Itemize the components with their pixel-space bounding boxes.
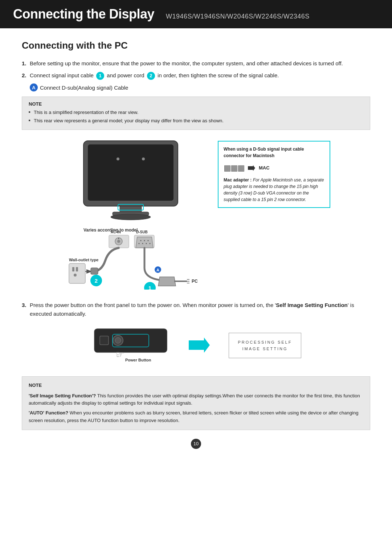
auto-text: When you encounter problems such as blur… [29, 410, 358, 423]
step-1-number: 1. [22, 59, 30, 67]
svg-rect-24 [69, 263, 85, 283]
self-image-bold: 'Self Image Setting Function'? [29, 393, 96, 398]
svg-marker-50 [189, 337, 210, 353]
svg-point-17 [144, 240, 145, 241]
page-number: 10 [191, 439, 201, 449]
svg-point-22 [150, 243, 151, 244]
note-box-1: NOTE This is a simplified representation… [22, 97, 370, 130]
arrow-svg [189, 336, 211, 354]
step-2-middle: and power cord [107, 72, 144, 78]
header-title: Connecting the Display [13, 7, 154, 22]
svg-text:D-SUB: D-SUB [136, 230, 148, 234]
svg-marker-41 [248, 165, 255, 171]
step-2-prefix: Connect signal input cable [30, 72, 94, 78]
svg-text:A: A [156, 268, 159, 272]
svg-text:PC: PC [192, 279, 198, 284]
svg-marker-15 [136, 237, 153, 248]
mac-connector-row: ▦▦▦ MAC [224, 162, 324, 174]
circle-a-badge: A [30, 83, 38, 91]
step-3: 3. Press the power button on the front p… [22, 301, 370, 318]
step-3-number: 3. [22, 301, 30, 309]
svg-point-21 [146, 243, 147, 244]
step-3-text: Press the power button on the front pane… [30, 301, 370, 318]
svg-text:2: 2 [95, 278, 98, 284]
svg-rect-2 [120, 206, 142, 213]
mac-connector-icon: ▦▦▦ [224, 162, 244, 174]
note-2-self-image: 'Self Image Setting Function'? This func… [29, 392, 363, 408]
svg-text:Wall-outlet type: Wall-outlet type [69, 258, 98, 262]
note-2-title: NOTE [29, 382, 363, 389]
monitor-svg: Varies according to model. AC-IN D-SUB [62, 137, 207, 290]
header-models: W1946S/W1946SN/W2046S/W2246S/W2346S [166, 13, 310, 20]
svg-point-18 [148, 240, 149, 241]
page-number-container: 10 [22, 439, 370, 449]
power-diagram: ☞ Power Button PROCESSING SELF IMAGE SET… [22, 325, 370, 366]
svg-rect-26 [76, 267, 78, 271]
step-3-bold: Self Image Setting Function [276, 302, 348, 308]
auto-bold: 'AUTO' Function? [29, 410, 68, 416]
processing-line-1: PROCESSING SELF [238, 340, 292, 344]
note-1-title: NOTE [29, 101, 363, 107]
svg-point-16 [140, 240, 142, 241]
arrow-right [189, 336, 211, 355]
mac-adapter-bold: Mac adapter : [224, 177, 252, 183]
main-content: Connecting with the PC 1. Before setting… [0, 28, 392, 463]
svg-point-11 [117, 240, 120, 243]
svg-text:1: 1 [148, 285, 151, 290]
svg-rect-29 [91, 268, 98, 274]
svg-text:AC-IN: AC-IN [111, 230, 121, 234]
svg-point-6 [117, 157, 119, 160]
svg-rect-1 [88, 144, 173, 201]
svg-marker-32 [158, 277, 176, 286]
note-box-2: NOTE 'Self Image Setting Function'? This… [22, 376, 370, 430]
step-2: 2. Connect signal input cable 1 and powe… [22, 71, 370, 80]
power-device-illustration: ☞ Power Button [91, 325, 171, 366]
step-1-text: Before setting up the monitor, ensure th… [30, 59, 370, 67]
step-2-number: 2. [22, 71, 30, 79]
step-1: 1. Before setting up the monitor, ensure… [22, 59, 370, 67]
svg-text:☞: ☞ [115, 349, 124, 360]
svg-text:Power Button: Power Button [125, 358, 151, 362]
power-svg: ☞ Power Button [91, 325, 171, 365]
note-1-list: This is a simplified representation of t… [29, 109, 363, 124]
note-2-auto: 'AUTO' Function? When you encounter prob… [29, 409, 363, 425]
section-title: Connecting with the PC [22, 40, 370, 51]
mac-callout: When using a D-Sub signal input cable co… [218, 141, 330, 208]
step-2-suffix: in order, then tighten the screw of the … [158, 72, 279, 78]
svg-point-7 [142, 157, 145, 160]
sub-step-a-text: Connect D-sub(Analog signal) Cable [40, 85, 128, 91]
monitor-diagram: Varies according to model. AC-IN D-SUB [62, 137, 207, 291]
mac-label: MAC [259, 164, 270, 172]
svg-rect-25 [72, 267, 74, 271]
note-1-item-2: This rear view represents a general mode… [29, 117, 363, 124]
svg-rect-43 [100, 336, 109, 345]
svg-point-19 [139, 243, 140, 244]
step-3-prefix: Press the power button on the front pane… [30, 302, 276, 308]
mac-callout-title: When using a D-Sub signal input cable co… [224, 146, 324, 159]
svg-point-45 [115, 337, 121, 343]
step-2-text: Connect signal input cable 1 and power c… [30, 71, 370, 80]
processing-line-2: IMAGE SETTING [242, 347, 287, 351]
arrow-icon [248, 165, 255, 171]
mac-adapter-text: Mac adapter : For Apple Macintosh use, a… [224, 177, 324, 203]
svg-point-27 [74, 274, 77, 277]
note-1-item-1: This is a simplified representation of t… [29, 109, 363, 116]
sub-step-a: A Connect D-sub(Analog signal) Cable [30, 83, 370, 91]
badge-2: 2 [147, 72, 155, 80]
processing-box: PROCESSING SELF IMAGE SETTING [229, 333, 301, 358]
badge-1: 1 [96, 72, 104, 80]
svg-point-4 [111, 214, 151, 220]
page-header: Connecting the Display W1946S/W1946SN/W2… [0, 0, 392, 28]
diagram-area: Varies according to model. AC-IN D-SUB [22, 137, 370, 291]
svg-point-20 [142, 243, 143, 244]
